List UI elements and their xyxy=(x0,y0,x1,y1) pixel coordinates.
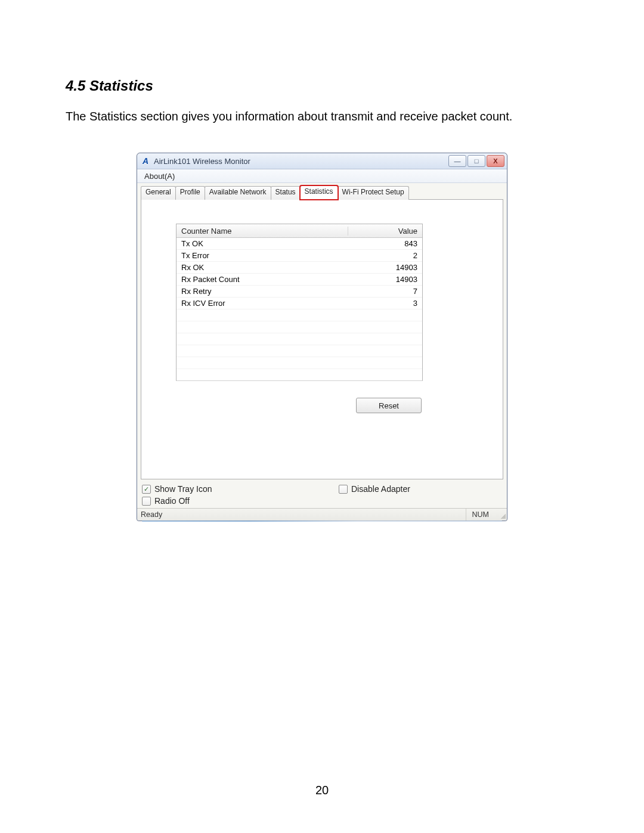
table-row-empty: .. xyxy=(177,369,422,380)
table-row[interactable]: Rx ICV Error 3 xyxy=(177,298,422,309)
bottom-options: ✓ Show Tray Icon Disable Adapter Radio O… xyxy=(141,484,503,507)
table-row-empty: .. xyxy=(177,321,422,333)
menubar: About(A) xyxy=(137,169,507,183)
cell-name: Tx Error xyxy=(177,251,348,260)
section-paragraph: The Statistics section gives you informa… xyxy=(66,109,578,124)
maximize-button[interactable]: □ xyxy=(467,155,485,167)
col-header-value[interactable]: Value xyxy=(348,227,422,236)
menu-about[interactable]: About(A) xyxy=(141,171,178,182)
table-row[interactable]: Rx Retry 7 xyxy=(177,286,422,298)
checkbox-box-icon: ✓ xyxy=(142,485,151,494)
document-page: 4.5 Statistics The Statistics section gi… xyxy=(0,0,644,833)
cell-name: Rx Retry xyxy=(177,287,348,296)
app-window: A AirLink101 Wireless Monitor — □ X Abou… xyxy=(137,153,507,521)
checkbox-show-tray-icon[interactable]: ✓ Show Tray Icon xyxy=(142,484,339,494)
checkbox-disable-adapter[interactable]: Disable Adapter xyxy=(339,484,502,494)
tab-status[interactable]: Status xyxy=(271,186,301,200)
table-row[interactable]: Tx Error 2 xyxy=(177,250,422,262)
cell-value: 3 xyxy=(348,299,422,308)
minimize-button[interactable]: — xyxy=(448,155,466,167)
page-number: 20 xyxy=(0,784,644,797)
window-titlebar[interactable]: A AirLink101 Wireless Monitor — □ X xyxy=(137,153,507,169)
status-indicator-num: NUM xyxy=(466,509,495,521)
checkbox-radio-off[interactable]: Radio Off xyxy=(142,496,339,506)
app-icon: A xyxy=(141,156,150,166)
table-row-empty: .. xyxy=(177,333,422,345)
table-header: Counter Name Value xyxy=(177,224,422,238)
statusbar: Ready NUM xyxy=(137,508,507,521)
table-row-empty: .. xyxy=(177,309,422,321)
col-header-name[interactable]: Counter Name xyxy=(177,227,348,236)
section-heading: 4.5 Statistics xyxy=(66,78,578,94)
tab-available-network[interactable]: Available Network xyxy=(205,186,271,200)
cell-value: 14903 xyxy=(348,275,422,284)
checkbox-label: Disable Adapter xyxy=(351,484,410,494)
tab-statistics[interactable]: Statistics xyxy=(300,185,338,200)
table-row-empty: .. xyxy=(177,345,422,357)
cell-name: Rx Packet Count xyxy=(177,275,348,284)
cell-value: 2 xyxy=(348,251,422,260)
close-button[interactable]: X xyxy=(487,155,504,167)
client-area: General Profile Available Network Status… xyxy=(137,183,507,508)
cell-value: 7 xyxy=(348,287,422,296)
resize-grip-icon[interactable] xyxy=(497,510,506,519)
window-title: AirLink101 Wireless Monitor xyxy=(154,157,250,166)
status-text: Ready xyxy=(141,510,162,519)
table-row[interactable]: Tx OK 843 xyxy=(177,238,422,250)
cell-name: Tx OK xyxy=(177,239,348,248)
tab-profile[interactable]: Profile xyxy=(175,186,205,200)
screenshot-container: A AirLink101 Wireless Monitor — □ X Abou… xyxy=(137,153,507,521)
reset-button[interactable]: Reset xyxy=(356,398,422,413)
statistics-table: Counter Name Value Tx OK 843 Tx Error 2 xyxy=(176,224,423,381)
tab-general[interactable]: General xyxy=(141,186,176,200)
reset-button-row: Reset xyxy=(176,398,422,413)
window-controls: — □ X xyxy=(447,155,504,167)
table-row-empty: .. xyxy=(177,357,422,369)
tabstrip: General Profile Available Network Status… xyxy=(141,187,503,200)
tab-wifi-protect-setup[interactable]: Wi-Fi Protect Setup xyxy=(338,186,409,200)
table-row[interactable]: Rx OK 14903 xyxy=(177,262,422,274)
checkbox-label: Show Tray Icon xyxy=(154,484,212,494)
cell-value: 843 xyxy=(348,239,422,248)
table-row[interactable]: Rx Packet Count 14903 xyxy=(177,274,422,286)
checkbox-label: Radio Off xyxy=(154,496,190,506)
checkbox-box-icon xyxy=(339,485,348,494)
tab-panel-statistics: Counter Name Value Tx OK 843 Tx Error 2 xyxy=(141,199,503,479)
cell-name: Rx OK xyxy=(177,263,348,272)
cell-value: 14903 xyxy=(348,263,422,272)
checkbox-box-icon xyxy=(142,497,151,506)
cell-name: Rx ICV Error xyxy=(177,299,348,308)
table-body: Tx OK 843 Tx Error 2 Rx OK 14903 xyxy=(177,238,422,380)
